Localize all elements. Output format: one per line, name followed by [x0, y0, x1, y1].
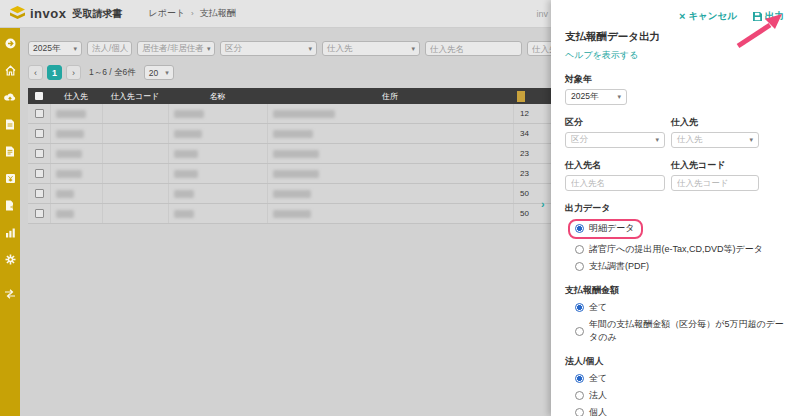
- output-data-label: 出力データ: [565, 202, 786, 215]
- supplier-filter-select[interactable]: 仕入先 ▾: [322, 41, 420, 56]
- next-page-button[interactable]: ›: [66, 65, 81, 80]
- close-icon: ×: [679, 12, 685, 21]
- switch-icon[interactable]: [4, 288, 16, 300]
- radio-option-detail-data[interactable]: 明細データ: [575, 219, 786, 239]
- breadcrumb: レポート › 支払報酬: [148, 7, 235, 20]
- corp-individual-filter-select[interactable]: 法人/個人 ▾: [87, 41, 132, 56]
- radio-option-all-entities[interactable]: 全て: [575, 372, 786, 385]
- report-icon[interactable]: [4, 226, 16, 238]
- redacted-name: [174, 130, 202, 138]
- panel-expander-icon[interactable]: ›: [541, 198, 545, 210]
- amount-cell-partial: 23: [513, 164, 551, 183]
- chevron-down-icon: ▾: [70, 45, 77, 53]
- breadcrumb-parent[interactable]: レポート: [148, 7, 185, 20]
- page-1-button[interactable]: 1: [47, 65, 62, 80]
- output-data-group: 出力データ 明細データ 諸官庁への提出用(e-Tax,CD,DVD等)データ 支…: [565, 202, 786, 273]
- panel-title: 支払報酬データ出力: [565, 30, 786, 44]
- radio-option-all-amounts[interactable]: 全て: [575, 301, 786, 314]
- pagination: ‹ 1 › 1～6 / 全6件 20 ▾: [28, 65, 551, 80]
- radio-icon[interactable]: [575, 391, 584, 400]
- breadcrumb-separator-icon: ›: [191, 9, 194, 18]
- row-checkbox[interactable]: [35, 209, 44, 218]
- redacted-supplier: [56, 170, 82, 178]
- chevron-down-icon: ▾: [204, 45, 211, 53]
- target-year-select[interactable]: 2025年 ▾: [565, 89, 627, 105]
- supplier-label: 仕入先: [671, 116, 759, 129]
- redacted-address: [273, 110, 335, 118]
- year-filter-select[interactable]: 2025年 ▾: [28, 41, 82, 56]
- forward-icon[interactable]: [4, 37, 16, 49]
- pagination-summary: 1～6 / 全6件: [89, 67, 136, 79]
- export-button[interactable]: 出力: [753, 10, 784, 23]
- select-all-checkbox[interactable]: [35, 92, 43, 100]
- page-size-select[interactable]: 20 ▾: [144, 65, 174, 80]
- table-row: 12: [28, 104, 551, 124]
- table-row: 50: [28, 204, 551, 224]
- sidebar-nav: [0, 28, 20, 416]
- radio-icon[interactable]: [575, 262, 584, 271]
- row-checkbox[interactable]: [35, 189, 44, 198]
- invox-logo-icon: [9, 6, 26, 22]
- brand-name: invox: [30, 6, 66, 21]
- home-icon[interactable]: [4, 64, 16, 76]
- redacted-supplier: [56, 150, 82, 158]
- radio-option-payment-record-pdf[interactable]: 支払調書(PDF): [575, 260, 786, 273]
- supplier-code-label: 仕入先コード: [671, 159, 759, 172]
- ledger-icon[interactable]: [4, 172, 16, 184]
- redacted-address: [273, 130, 313, 138]
- redacted-supplier: [56, 130, 84, 138]
- account-name-partial: inv: [536, 9, 551, 19]
- radio-icon[interactable]: [575, 327, 584, 336]
- resident-filter-select[interactable]: 居住者/非居住者 ▾: [137, 41, 215, 56]
- supplier-code-input[interactable]: [671, 175, 759, 191]
- export-icon[interactable]: [4, 199, 16, 211]
- amount-cell-partial: 23: [513, 144, 551, 163]
- brand-suffix: 受取請求書: [72, 7, 122, 21]
- category-select[interactable]: 区分 ▾: [565, 132, 665, 148]
- radio-icon[interactable]: [575, 374, 584, 383]
- row-checkbox[interactable]: [35, 149, 44, 158]
- supplier-name-filter-input[interactable]: [425, 41, 522, 56]
- panel-actions: × キャンセル 出力: [565, 10, 786, 23]
- row-checkbox[interactable]: [35, 169, 44, 178]
- filter-bar: 2025年 ▾ 法人/個人 ▾ 居住者/非居住者 ▾ 区分 ▾ 仕入先 ▾: [28, 41, 551, 56]
- supplier-select[interactable]: 仕入先 ▾: [671, 132, 759, 148]
- supplier-name-input[interactable]: [565, 175, 665, 191]
- supplier-name-label: 仕入先名: [565, 159, 665, 172]
- category-filter-select[interactable]: 区分 ▾: [220, 41, 317, 56]
- radio-option-over-50k[interactable]: 年間の支払報酬金額（区分毎）が5万円超のデータのみ: [575, 318, 786, 344]
- document-icon[interactable]: [4, 118, 16, 130]
- radio-icon[interactable]: [575, 408, 584, 416]
- row-checkbox[interactable]: [35, 129, 44, 138]
- help-link[interactable]: ヘルプを表示する: [565, 49, 786, 62]
- redacted-name: [174, 110, 204, 118]
- chevron-down-icon: ▾: [614, 93, 621, 101]
- radio-icon[interactable]: [575, 303, 584, 312]
- upload-icon[interactable]: [4, 91, 16, 103]
- amount-cell-partial: 50: [513, 184, 551, 203]
- row-checkbox[interactable]: [35, 109, 44, 118]
- settings-icon[interactable]: [4, 253, 16, 265]
- save-icon: [753, 12, 762, 21]
- radio-icon[interactable]: [575, 224, 584, 233]
- radio-icon[interactable]: [575, 245, 584, 254]
- category-label: 区分: [565, 116, 665, 129]
- chevron-down-icon: ▾: [746, 136, 753, 144]
- top-bar: invox 受取請求書 レポート › 支払報酬 inv: [0, 0, 551, 28]
- document-2-icon[interactable]: [4, 145, 16, 157]
- amount-cell-partial: 12: [513, 104, 551, 123]
- chevron-down-icon: ▾: [128, 45, 132, 53]
- redacted-supplier: [56, 110, 86, 118]
- table-row: 34: [28, 124, 551, 144]
- radio-option-corporation[interactable]: 法人: [575, 389, 786, 402]
- prev-page-button[interactable]: ‹: [28, 65, 43, 80]
- radio-option-government-data[interactable]: 諸官庁への提出用(e-Tax,CD,DVD等)データ: [575, 243, 786, 256]
- chevron-down-icon: ▾: [408, 45, 415, 53]
- supplier-code-filter-input[interactable]: [527, 41, 551, 56]
- payment-amount-label: 支払報酬金額: [565, 284, 786, 297]
- redacted-address: [273, 210, 311, 218]
- main-content: 2025年 ▾ 法人/個人 ▾ 居住者/非居住者 ▾ 区分 ▾ 仕入先 ▾ ‹ …: [20, 28, 551, 416]
- cancel-button[interactable]: × キャンセル: [679, 10, 737, 23]
- redacted-name: [174, 150, 198, 158]
- radio-option-individual[interactable]: 個人: [575, 406, 786, 416]
